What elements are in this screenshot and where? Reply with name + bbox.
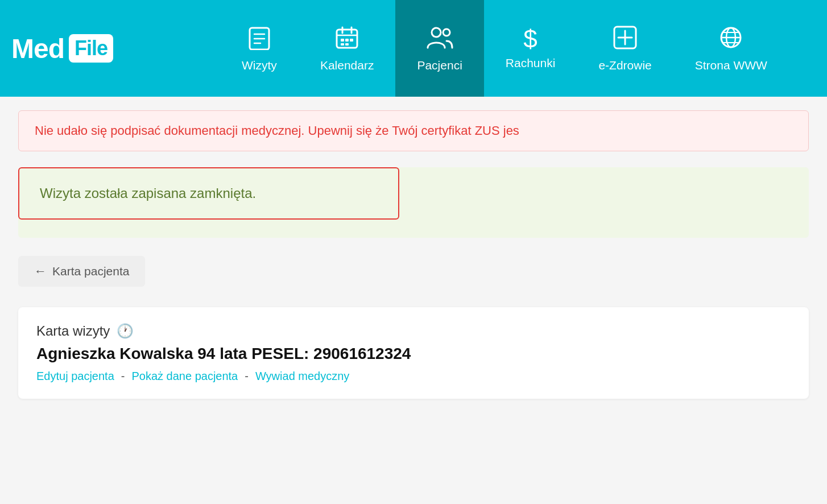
error-banner: Nie udało się podpisać dokumentacji medy… (18, 110, 809, 151)
main-content: Nie udało się podpisać dokumentacji medy… (0, 97, 827, 504)
patient-name: Agnieszka Kowalska 94 lata PESEL: 290616… (36, 345, 791, 363)
rachunki-label: Rachunki (506, 56, 556, 70)
logo-med-text: Med (11, 33, 64, 64)
wizyty-icon (247, 25, 272, 54)
patient-link-wywiad[interactable]: Wywiad medyczny (255, 370, 349, 383)
nav-items: Wizyty Kalendarz Pacjenci$Rachunki e-Z (193, 0, 816, 97)
svg-rect-10 (350, 39, 353, 42)
back-button-label: Karta pacjenta (52, 265, 129, 278)
svg-point-13 (432, 28, 441, 37)
pacjenci-label: Pacjenci (417, 59, 462, 72)
link-separator: - (245, 370, 249, 383)
svg-rect-9 (345, 39, 349, 42)
rachunki-icon: $ (523, 27, 537, 52)
nav-item-wizyty[interactable]: Wizyty (220, 0, 299, 97)
logo-file-text: File (75, 36, 107, 60)
logo-file-box: File (69, 34, 113, 63)
svg-rect-12 (345, 43, 349, 46)
nav-item-strona-www[interactable]: Strona WWW (673, 0, 789, 97)
svg-point-14 (443, 29, 450, 36)
patient-link-pokaz[interactable]: Pokaż dane pacjenta (131, 370, 238, 383)
svg-rect-11 (341, 43, 344, 46)
success-banner-wrapper: Wizyta została zapisana zamknięta. (18, 167, 809, 238)
strona-www-icon (718, 25, 743, 54)
navbar: Med File Wizyty Kalendarz (0, 0, 827, 97)
patient-link-edytuj[interactable]: Edytuj pacjenta (36, 370, 114, 383)
card-title-row: Karta wizyty 🕐 (36, 323, 791, 339)
svg-rect-8 (341, 39, 344, 42)
strona-www-label: Strona WWW (695, 59, 767, 72)
link-separator: - (121, 370, 125, 383)
back-button[interactable]: ← Karta pacjenta (18, 256, 145, 287)
wizyty-label: Wizyty (242, 59, 277, 72)
success-banner: Wizyta została zapisana zamknięta. (18, 167, 399, 220)
patient-card: Karta wizyty 🕐 Agnieszka Kowalska 94 lat… (18, 307, 809, 399)
kalendarz-icon (334, 25, 359, 54)
nav-item-rachunki[interactable]: $Rachunki (484, 0, 577, 97)
nav-item-pacjenci[interactable]: Pacjenci (395, 0, 483, 97)
patient-links: Edytuj pacjenta - Pokaż dane pacjenta - … (36, 370, 791, 383)
back-arrow-icon: ← (34, 264, 47, 279)
e-zdrowie-label: e-Zdrowie (598, 59, 651, 72)
clock-icon: 🕐 (117, 323, 134, 339)
card-title: Karta wizyty (36, 323, 110, 339)
error-banner-text: Nie udało się podpisać dokumentacji medy… (35, 123, 519, 138)
logo: Med File (11, 33, 193, 64)
success-banner-text: Wizyta została zapisana zamknięta. (40, 185, 256, 201)
e-zdrowie-icon (613, 25, 638, 54)
kalendarz-label: Kalendarz (320, 59, 374, 72)
nav-item-e-zdrowie[interactable]: e-Zdrowie (577, 0, 673, 97)
nav-item-kalendarz[interactable]: Kalendarz (299, 0, 396, 97)
pacjenci-icon (426, 25, 453, 54)
